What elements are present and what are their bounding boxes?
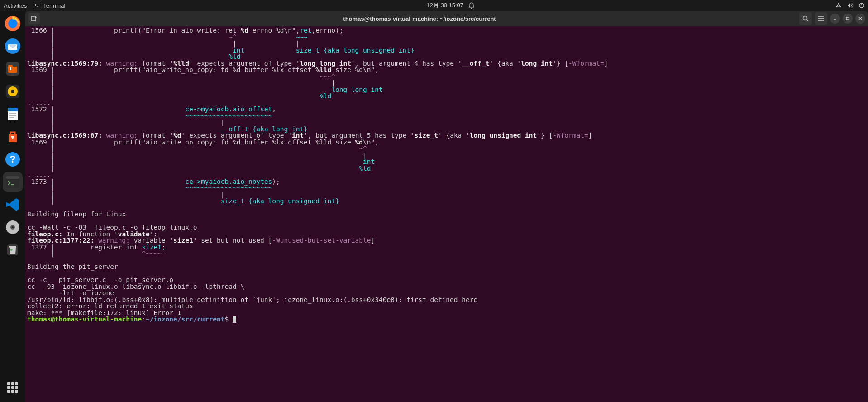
vscode-icon [5,196,21,213]
svg-point-16 [11,90,14,93]
new-tab-icon [31,15,37,22]
grid-icon [7,382,18,393]
dock-disc[interactable] [3,217,23,237]
thunderbird-icon [5,38,21,54]
menu-button[interactable] [815,12,827,25]
prompt-path: ~/iozone/src/current [146,316,225,323]
close-icon [858,16,863,21]
dock-firefox[interactable] [3,14,23,34]
firefox-icon [5,15,21,32]
network-icon[interactable] [835,2,842,9]
dock-files[interactable] [3,59,23,79]
new-tab-button[interactable] [28,13,40,24]
terminal-window: thomas@thomas-virtual-machine: ~/iozone/… [25,11,868,402]
terminal-output[interactable]: 1566 | printf("Error in aio_write: ret %… [25,26,868,402]
files-icon [5,61,21,77]
cursor [233,316,236,323]
gnome-topbar: Activities Terminal 12月 30 15:07 [0,0,868,11]
dock-trash[interactable] [3,240,23,260]
activities-button[interactable]: Activities [4,2,27,9]
terminal-icon [34,3,40,8]
writer-icon [5,106,21,122]
svg-rect-12 [8,65,13,67]
svg-rect-0 [34,3,40,8]
disc-icon [5,219,21,235]
active-app-indicator[interactable]: Terminal [34,2,65,9]
svg-rect-13 [10,67,11,70]
minimize-icon [833,16,837,21]
minimize-button[interactable] [830,14,840,24]
help-icon: ? [5,151,21,168]
svg-rect-25 [6,176,19,179]
power-icon[interactable] [859,3,864,8]
ubuntu-dock: ? [0,11,25,402]
svg-text:?: ? [10,153,15,165]
software-icon [5,129,21,145]
svg-point-29 [12,226,14,228]
maximize-button[interactable] [843,14,853,24]
active-app-label: Terminal [43,2,65,9]
svg-rect-18 [8,108,18,111]
search-button[interactable] [799,12,812,25]
terminal-app-icon [5,174,21,190]
dock-writer[interactable] [3,104,23,124]
hamburger-icon [818,16,824,21]
dock-show-apps[interactable] [3,378,23,397]
dock-terminal[interactable] [3,172,23,192]
maximize-icon [845,16,850,21]
bell-icon[interactable] [469,2,474,9]
dock-thunderbird[interactable] [3,36,23,56]
svg-point-36 [803,16,807,20]
dock-software[interactable] [3,127,23,147]
close-button[interactable] [855,14,865,24]
window-title: thomas@thomas-virtual-machine: ~/iozone/… [40,15,799,22]
svg-point-8 [8,19,17,28]
svg-rect-42 [846,17,849,20]
prompt-user: thomas@thomas-virtual-machine [27,316,142,323]
dock-help[interactable]: ? [3,149,23,169]
dock-vscode[interactable] [3,195,23,215]
rhythmbox-icon [5,83,21,100]
window-titlebar: thomas@thomas-virtual-machine: ~/iozone/… [25,11,868,26]
svg-rect-31 [9,246,16,248]
dock-rhythmbox[interactable] [3,81,23,101]
clock-label[interactable]: 12月 30 15:07 [426,1,463,10]
trash-icon [5,242,21,258]
svg-line-37 [807,20,809,22]
volume-icon[interactable] [847,3,854,8]
search-icon [802,15,809,22]
